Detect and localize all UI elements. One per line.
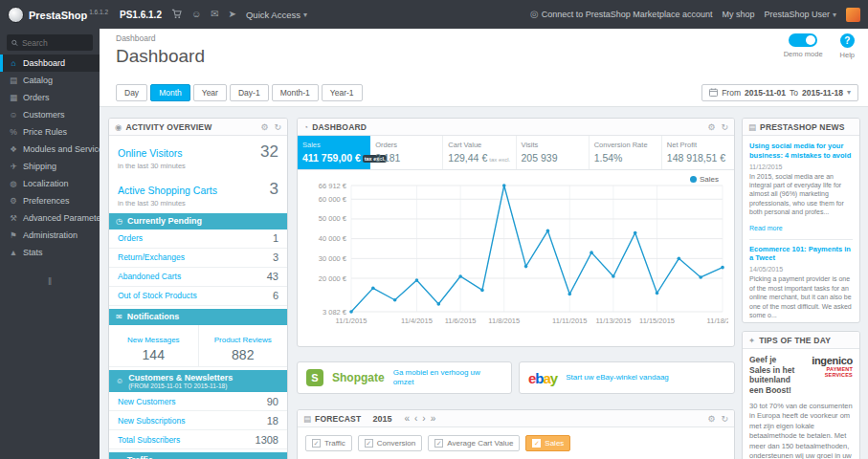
prev-page-icon[interactable]: ‹ (414, 413, 417, 424)
row-value: 3 (273, 251, 278, 263)
sidebar-item-administration[interactable]: ⚑Administration (0, 227, 100, 244)
gear-icon[interactable]: ⚙ (707, 414, 715, 424)
range-month-button[interactable]: Month (150, 84, 190, 101)
forecast-year-select[interactable]: 2015 (372, 414, 391, 424)
sidebar-item-preferences[interactable]: ⚙Preferences (0, 192, 100, 209)
new-subscriptions-row[interactable]: New Subscriptions 18 (109, 411, 287, 430)
product-reviews-cell[interactable]: Product Reviews 882 (198, 325, 288, 366)
read-more-link[interactable]: Read more (749, 225, 783, 231)
cell-label[interactable]: New Messages (127, 336, 180, 344)
refresh-icon[interactable]: ↻ (721, 122, 728, 132)
kpi-orders[interactable]: Orders 3 181 (370, 136, 443, 169)
gear-icon[interactable]: ⚙ (260, 122, 268, 132)
svg-text:30 000 €: 30 000 € (319, 254, 347, 263)
sidebar-item-stats[interactable]: ▲Stats (0, 244, 100, 261)
last-page-icon[interactable]: » (431, 413, 436, 424)
out-of-stock-row[interactable]: Out of Stock Products 6 (109, 287, 287, 306)
sidebar-item-shipping[interactable]: ✈Shipping (0, 158, 100, 175)
row-label[interactable]: Out of Stock Products (118, 291, 197, 300)
demo-mode-toggle[interactable] (789, 33, 817, 47)
section-subtitle: (FROM 2015-11-01 TO 2015-11-18) (128, 382, 233, 389)
chart-legend[interactable]: Sales (690, 175, 719, 184)
news-article-headline[interactable]: Using social media for your business: 4 … (749, 142, 853, 161)
ebay-promo[interactable]: ebay Start uw eBay-winkel vandaag (519, 361, 735, 394)
news-article-headline[interactable]: Ecommerce 101: Payments in a Tweet (749, 245, 853, 264)
user-menu[interactable]: PrestaShop User ▾ (764, 10, 836, 19)
refresh-icon[interactable]: ↻ (274, 122, 281, 132)
refresh-icon[interactable]: ↻ (721, 414, 728, 424)
customer-icon[interactable]: ☺ (191, 10, 201, 19)
customers-icon: ☺ (9, 110, 18, 120)
kpi-conversion-rate[interactable]: Conversion Rate 1.54% (590, 136, 662, 169)
total-subscribers-row[interactable]: Total Subscribers 1308 (109, 430, 287, 449)
new-customers-row[interactable]: New Customers 90 (109, 392, 287, 411)
calendar-icon (709, 88, 718, 97)
row-value: 6 (273, 290, 278, 301)
abandoned-carts-row[interactable]: Abandoned Carts 43 (109, 268, 287, 287)
row-label[interactable]: Abandoned Carts (118, 272, 181, 281)
breadcrumb[interactable]: Dashboard (116, 33, 868, 43)
my-shop-link[interactable]: My shop (722, 10, 754, 19)
to-label: To (790, 88, 798, 98)
row-label[interactable]: Return/Exchanges (118, 252, 185, 262)
user-avatar[interactable] (846, 8, 860, 22)
forecast-toggle-average-cart-value[interactable]: ✓Average Cart Value (428, 435, 520, 451)
ebay-link[interactable]: Start uw eBay-winkel vandaag (566, 373, 669, 382)
shopgate-promo[interactable]: S Shopgate Ga mobiel en verhoog uw omzet (297, 361, 512, 394)
active-carts-link[interactable]: Active Shopping Carts (118, 185, 217, 196)
row-label[interactable]: Orders (118, 233, 143, 243)
sidebar-item-modules[interactable]: ❖Modules and Services (0, 141, 100, 158)
forecast-toggle-conversion[interactable]: ✓Conversion (358, 435, 422, 451)
marketplace-connect-link[interactable]: ◎ Connect to PrestaShop Marketplace acco… (530, 10, 712, 19)
sidebar-item-orders[interactable]: ▦Orders (0, 89, 100, 106)
search-input[interactable] (22, 38, 88, 48)
pending-orders-row[interactable]: Orders 1 (109, 230, 287, 249)
kpi-visits[interactable]: Visits 205 939 (517, 136, 590, 169)
range-month-1-button[interactable]: Month-1 (272, 84, 319, 101)
messages-icon[interactable]: ✉ (211, 10, 218, 19)
row-label[interactable]: Total Subscribers (118, 435, 180, 445)
cell-value: 144 (111, 347, 196, 362)
first-page-icon[interactable]: « (404, 413, 410, 424)
help-icon[interactable]: ? (840, 33, 855, 48)
gear-icon[interactable]: ⚙ (707, 122, 715, 132)
kpi-sales[interactable]: Sales 411 759,00 €tax excl. (298, 136, 370, 169)
cell-label[interactable]: Product Reviews (214, 336, 272, 344)
svg-text:11/1/2015: 11/1/2015 (336, 317, 367, 325)
row-value: 43 (267, 271, 278, 282)
date-range-picker[interactable]: From 2015-11-01 To 2015-11-18 ▾ (701, 84, 858, 101)
range-day-1-button[interactable]: Day-1 (230, 84, 269, 101)
online-visitors-link[interactable]: Online Visitors (118, 147, 183, 159)
shopgate-link[interactable]: Ga mobiel en verhoog uw omzet (393, 368, 502, 387)
sidebar-item-price-rules[interactable]: %Price Rules (0, 123, 100, 141)
next-page-icon[interactable]: › (422, 413, 425, 424)
sales-line-chart: 66 912 €60 000 €50 000 €40 000 €30 000 €… (303, 174, 728, 327)
sidebar-search[interactable] (7, 34, 93, 51)
shop-name[interactable]: PS1.6.1.2 (120, 10, 162, 20)
forecast-toggle-traffic[interactable]: ✓Traffic (305, 435, 352, 451)
sidebar-item-catalog[interactable]: ▤Catalog (0, 72, 100, 89)
sidebar-item-dashboard[interactable]: ⌂Dashboard (0, 55, 100, 72)
cart-icon[interactable] (171, 9, 182, 21)
sidebar-item-label: Preferences (23, 196, 70, 206)
row-label[interactable]: New Customers (118, 397, 175, 406)
sidebar-item-advanced-parameters[interactable]: ⚒Advanced Parameters (0, 209, 100, 227)
pending-returns-row[interactable]: Return/Exchanges 3 (109, 249, 287, 268)
sidebar-item-customers[interactable]: ☺Customers (0, 106, 100, 123)
row-label[interactable]: New Subscriptions (118, 416, 185, 426)
sidebar-item-localization[interactable]: ◍Localization (0, 175, 100, 192)
range-day-button[interactable]: Day (116, 84, 147, 101)
range-year-button[interactable]: Year (193, 84, 227, 101)
collapse-menu-icon[interactable]: ‖ (0, 276, 100, 287)
prestashop-logo[interactable]: PrestaShop1.6.1.2 (8, 7, 108, 23)
panel-title: FORECAST (315, 414, 361, 424)
kpi-cart-value[interactable]: Cart Value 129,44 €tax excl. (443, 136, 516, 169)
new-messages-cell[interactable]: New Messages 144 (109, 325, 198, 366)
range-year-1-button[interactable]: Year-1 (322, 84, 363, 101)
forecast-toggle-sales[interactable]: ✓Sales (525, 435, 570, 451)
sidebar-item-label: Customers (23, 110, 65, 120)
kpi-net-profit[interactable]: Net Profit 148 918,51 € (662, 136, 734, 169)
quick-access-menu[interactable]: Quick Access ▾ (246, 10, 307, 20)
sales-chart: 66 912 €60 000 €50 000 €40 000 €30 000 €… (298, 170, 734, 331)
rocket-icon[interactable]: ➤ (229, 10, 236, 19)
